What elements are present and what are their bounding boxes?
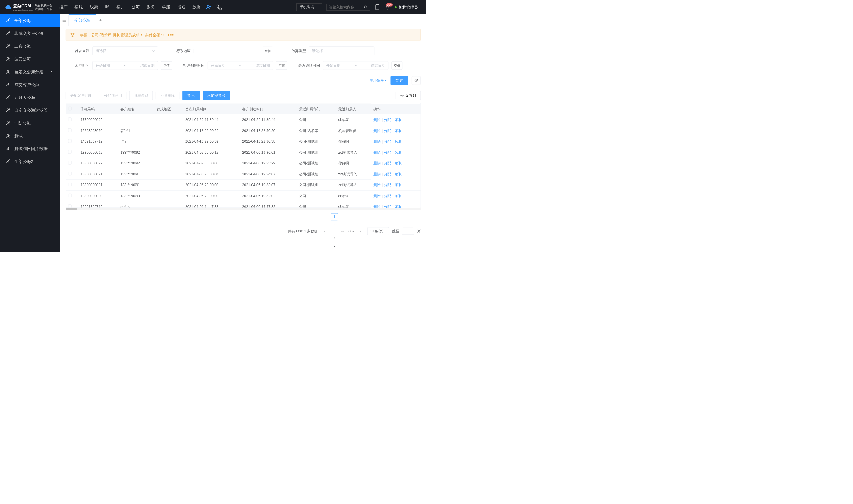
claim-link[interactable]: 领取	[395, 205, 402, 208]
horizontal-scrollbar[interactable]	[66, 208, 420, 210]
row-checkbox[interactable]	[68, 183, 72, 186]
assign-dept-button[interactable]: 分配到部门	[99, 91, 126, 101]
page-number-button[interactable]: 4	[331, 235, 338, 242]
claim-link[interactable]: 领取	[395, 183, 402, 187]
tab-add-button[interactable]: +	[96, 18, 105, 23]
delete-link[interactable]: 删除	[374, 183, 381, 187]
delete-link[interactable]: 删除	[374, 161, 381, 165]
delete-link[interactable]: 删除	[374, 128, 381, 132]
search-icon[interactable]	[364, 5, 368, 9]
page-number-button[interactable]: 3	[331, 228, 338, 235]
user-role[interactable]: 机构管理员	[395, 4, 422, 10]
region-select[interactable]	[194, 48, 259, 54]
tablet-icon[interactable]	[375, 4, 380, 10]
prev-page-button[interactable]: ‹	[321, 228, 328, 235]
claim-link[interactable]: 领取	[395, 172, 402, 176]
sidebar-item[interactable]: 全部公海	[0, 14, 59, 27]
sidebar-item[interactable]: 消防公海	[0, 117, 59, 130]
nav-item[interactable]: IM	[104, 3, 110, 11]
delete-link[interactable]: 删除	[374, 139, 381, 144]
notification-icon[interactable]: 99+	[384, 4, 391, 10]
delete-link[interactable]: 删除	[374, 205, 381, 208]
nav-item[interactable]: 学服	[161, 3, 171, 11]
assign-link[interactable]: 分配	[384, 172, 391, 176]
refresh-button[interactable]	[412, 76, 420, 85]
delete-link[interactable]: 删除	[374, 118, 381, 122]
last-call-range[interactable]: 开始日期~结束日期	[323, 61, 388, 70]
row-checkbox[interactable]	[68, 118, 72, 121]
select-all-checkbox[interactable]	[68, 107, 72, 110]
nav-item[interactable]: 报名	[177, 3, 186, 11]
nav-item[interactable]: 数据	[192, 3, 201, 11]
assign-link[interactable]: 分配	[384, 118, 391, 122]
row-checkbox[interactable]	[68, 194, 72, 197]
batch-delete-button[interactable]: 批量删除	[156, 91, 179, 101]
delete-link[interactable]: 删除	[374, 150, 381, 154]
page-size-select[interactable]: 10 条/页	[367, 227, 389, 235]
abandon-type-select[interactable]: 请选择	[309, 47, 375, 55]
sidebar-item[interactable]: 全部公海2	[0, 155, 59, 168]
row-checkbox[interactable]	[68, 204, 72, 208]
last-page-button[interactable]: 6882	[347, 228, 354, 235]
assign-manager-button[interactable]: 分配客户经理	[66, 91, 96, 101]
sidebar-item[interactable]: 测试昨日回库数据	[0, 142, 59, 155]
tab-collapse-icon[interactable]	[59, 14, 69, 26]
page-number-button[interactable]: 5	[331, 242, 338, 249]
sidebar-item[interactable]: 自定义公海过滤器	[0, 104, 59, 117]
claim-link[interactable]: 领取	[395, 194, 402, 198]
row-checkbox[interactable]	[68, 150, 72, 154]
tab-active[interactable]: 全部公海	[69, 14, 96, 26]
nav-item[interactable]: 客服	[74, 3, 84, 11]
claim-link[interactable]: 领取	[395, 161, 402, 165]
claim-link[interactable]: 领取	[395, 139, 402, 144]
sidebar-item[interactable]: 二咨公海	[0, 40, 59, 53]
delete-link[interactable]: 删除	[374, 194, 381, 198]
nav-item[interactable]: 客户	[116, 3, 125, 11]
last-call-null-button[interactable]: 空值	[392, 61, 402, 70]
nav-item[interactable]: 公海	[131, 3, 141, 11]
page-number-button[interactable]: 1	[331, 213, 338, 220]
expand-filters-link[interactable]: 展开条件	[369, 78, 387, 83]
abandon-time-null-button[interactable]: 空值	[161, 61, 172, 70]
query-button[interactable]: 查 询	[391, 76, 408, 85]
row-checkbox[interactable]	[68, 139, 72, 143]
claim-link[interactable]: 领取	[395, 118, 402, 122]
assign-link[interactable]: 分配	[384, 194, 391, 198]
abandon-time-range[interactable]: 开始日期~结束日期	[92, 61, 158, 70]
set-columns-button[interactable]: 设置列	[396, 91, 420, 101]
assign-link[interactable]: 分配	[384, 161, 391, 165]
row-checkbox[interactable]	[68, 128, 72, 132]
sidebar-item[interactable]: 成交客户公海	[0, 78, 59, 91]
sidebar-item[interactable]: 非成交客户公海	[0, 27, 59, 40]
export-button[interactable]: 导 出	[182, 91, 200, 101]
next-page-button[interactable]: ›	[357, 228, 364, 235]
jump-page-input[interactable]	[402, 228, 414, 235]
create-time-null-button[interactable]: 空值	[276, 61, 287, 70]
sidebar-item[interactable]: 五月天公海	[0, 91, 59, 104]
nav-item[interactable]: 推广	[59, 3, 68, 11]
row-checkbox[interactable]	[68, 161, 72, 164]
batch-claim-button[interactable]: 批量领取	[129, 91, 153, 101]
sidebar-item[interactable]: 自定义公海分组	[0, 66, 59, 78]
row-checkbox[interactable]	[68, 172, 72, 176]
search-input[interactable]	[329, 5, 362, 9]
region-null-button[interactable]: 空值	[262, 47, 273, 55]
assign-link[interactable]: 分配	[384, 139, 391, 144]
nav-item[interactable]: 线索	[89, 3, 98, 11]
delete-link[interactable]: 删除	[374, 172, 381, 176]
assign-link[interactable]: 分配	[384, 205, 391, 208]
nav-item[interactable]: 财务	[146, 3, 156, 11]
export-plain-button[interactable]: 不加密导出	[202, 91, 230, 101]
claim-link[interactable]: 领取	[395, 150, 402, 154]
add-user-icon[interactable]	[206, 4, 212, 10]
search-type-select[interactable]: 手机号码	[296, 4, 322, 11]
sidebar-item[interactable]: 测试	[0, 130, 59, 142]
sidebar-item[interactable]: 注安公海	[0, 53, 59, 66]
claim-link[interactable]: 领取	[395, 128, 402, 132]
assign-link[interactable]: 分配	[384, 128, 391, 132]
create-time-range[interactable]: 开始日期~结束日期	[207, 61, 273, 70]
assign-link[interactable]: 分配	[384, 150, 391, 154]
phone-icon[interactable]	[216, 4, 222, 10]
page-number-button[interactable]: 2	[331, 220, 338, 228]
assign-link[interactable]: 分配	[384, 183, 391, 187]
